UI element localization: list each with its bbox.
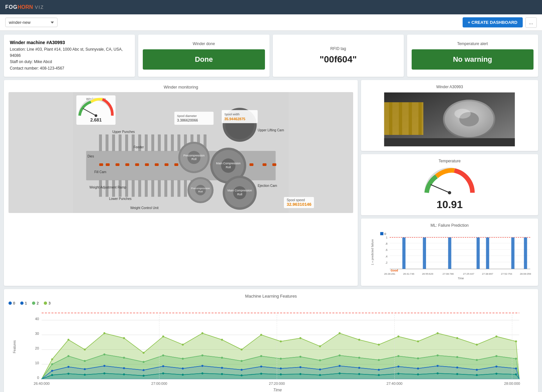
svg-rect-38	[116, 163, 120, 166]
svg-text:Weight Control Unit: Weight Control Unit	[130, 206, 159, 210]
machine-name: Winder machine #A30993	[10, 40, 129, 45]
svg-point-219	[339, 365, 341, 367]
svg-rect-9	[145, 135, 148, 151]
legend-dot-3	[44, 302, 47, 305]
svg-text:Upper Lifting Cam: Upper Lifting Cam	[258, 128, 284, 132]
svg-point-212	[202, 365, 204, 367]
spool-speed-value: 32.96310146	[287, 202, 311, 207]
svg-text:Roll: Roll	[226, 166, 231, 169]
svg-text:0: 0	[37, 376, 39, 380]
svg-text:27:52:754: 27:52:754	[501, 272, 513, 275]
svg-point-186	[182, 358, 184, 360]
svg-point-168	[319, 345, 321, 347]
legend-label-0: 0	[13, 301, 15, 305]
svg-rect-100	[389, 102, 392, 135]
svg-point-225	[456, 367, 458, 368]
svg-rect-132	[524, 237, 527, 269]
svg-point-176	[476, 344, 478, 346]
svg-text:Main Compression: Main Compression	[216, 162, 240, 165]
create-dashboard-button[interactable]: + CREATE DASHBOARD	[463, 17, 523, 27]
svg-point-179	[51, 363, 53, 365]
svg-text:26:55:629: 26:55:629	[422, 272, 433, 275]
svg-point-180	[68, 355, 70, 357]
svg-point-192	[300, 356, 302, 358]
winder-photo-svg	[366, 92, 534, 146]
row-2-right: Winder A30993	[361, 80, 538, 286]
svg-point-251	[476, 374, 478, 376]
svg-point-217	[300, 366, 302, 368]
svg-point-218	[319, 368, 321, 370]
svg-point-214	[241, 369, 243, 371]
svg-point-223	[417, 368, 419, 369]
svg-point-169	[339, 332, 341, 334]
svg-point-197	[398, 355, 400, 357]
svg-point-162	[202, 332, 204, 334]
svg-point-235	[162, 372, 164, 374]
logo-viz: VIZ	[35, 5, 44, 10]
svg-text:Feeder: Feeder	[134, 145, 144, 149]
svg-text:1: 1	[386, 236, 388, 239]
logo-fog: FOG	[5, 4, 18, 10]
svg-rect-25	[139, 180, 141, 197]
svg-text:26:40:000: 26:40:000	[34, 382, 50, 385]
svg-point-250	[456, 373, 458, 375]
svg-point-158	[123, 337, 125, 339]
svg-point-154	[51, 358, 53, 360]
temperature-gauge: 10.91	[366, 167, 534, 211]
svg-rect-41	[145, 163, 149, 166]
svg-point-249	[437, 372, 439, 374]
svg-point-188	[221, 357, 223, 359]
svg-point-241	[280, 373, 282, 375]
svg-point-165	[260, 334, 262, 336]
svg-line-109	[431, 185, 450, 193]
svg-point-157	[104, 332, 106, 334]
svg-text:40: 40	[35, 317, 39, 321]
svg-text:35.94462875: 35.94462875	[224, 117, 245, 121]
svg-point-167	[300, 337, 302, 339]
winder-photo	[366, 92, 534, 146]
more-options-button[interactable]: ...	[525, 17, 537, 28]
svg-rect-50	[250, 163, 254, 166]
winder-done-card: Winder done Done	[138, 35, 269, 77]
svg-point-191	[280, 358, 282, 360]
svg-point-189	[241, 360, 243, 362]
ml-features-chart-container: Features 0 10 20 30 40	[8, 307, 534, 392]
svg-text:Roll: Roll	[237, 193, 242, 196]
svg-point-239	[241, 374, 243, 376]
machine-diagram-svg: Precompression Roll Main Compression Rol…	[8, 92, 353, 213]
svg-point-171	[378, 344, 380, 346]
machine-info-card: Winder machine #A30993 Location: Line #0…	[4, 35, 135, 77]
svg-rect-37	[106, 163, 110, 166]
svg-rect-131	[511, 237, 515, 269]
svg-point-231	[84, 374, 86, 376]
svg-point-195	[358, 357, 360, 359]
ml-features-svg: 0 10 20 30 40	[22, 307, 534, 392]
ml-features-card: Machine Learning Features 0 1 2	[4, 289, 538, 392]
svg-text:27:40:000: 27:40:000	[386, 382, 402, 385]
svg-rect-31	[178, 180, 180, 197]
svg-point-243	[319, 374, 321, 376]
rfid-label: RFID tag	[330, 46, 346, 51]
svg-point-177	[496, 335, 498, 337]
ml-features-legend: 0 1 2 3	[8, 301, 534, 305]
svg-point-246	[378, 374, 380, 376]
svg-point-155	[68, 339, 70, 341]
row-2: Winder monitoring	[4, 80, 538, 286]
svg-rect-30	[171, 180, 174, 197]
svg-point-199	[437, 354, 439, 356]
svg-point-228	[515, 368, 517, 369]
svg-rect-51	[263, 163, 267, 166]
svg-point-221	[378, 369, 380, 371]
svg-rect-130	[486, 237, 489, 269]
svg-text:.6: .6	[385, 248, 387, 252]
svg-text:Good: Good	[391, 269, 398, 272]
temperature-value: 10.91	[436, 199, 463, 211]
svg-rect-13	[171, 135, 174, 151]
svg-point-215	[260, 366, 262, 368]
svg-text:Upper Punches: Upper Punches	[112, 130, 135, 134]
svg-text:.2: .2	[385, 261, 387, 264]
svg-text:2.681: 2.681	[90, 117, 102, 122]
dashboard-selector[interactable]: winder-new	[5, 18, 57, 27]
svg-point-194	[339, 354, 341, 356]
row-3: Machine Learning Features 0 1 2	[4, 289, 538, 392]
